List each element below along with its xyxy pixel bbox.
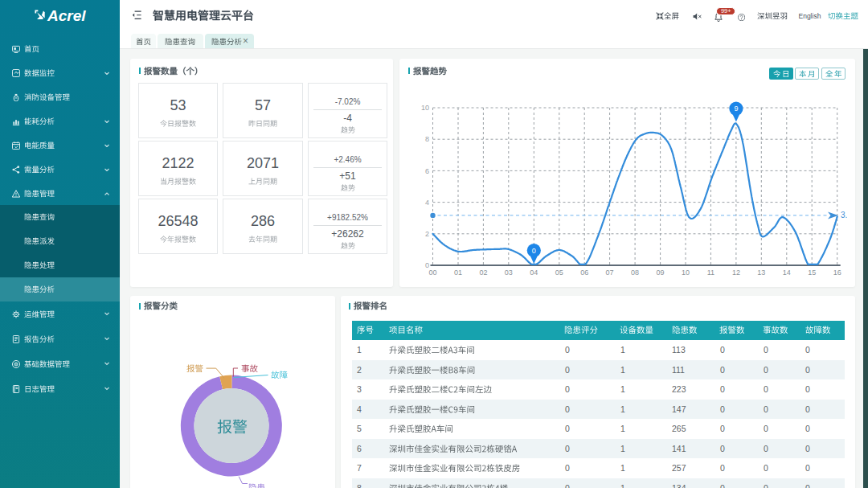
- svg-text:09: 09: [657, 269, 665, 277]
- svg-text:04: 04: [530, 269, 538, 277]
- svg-text:6: 6: [425, 167, 429, 175]
- svg-text:8: 8: [425, 135, 429, 143]
- svg-text:16: 16: [833, 269, 841, 277]
- svg-text:07: 07: [606, 269, 614, 277]
- svg-text:00: 00: [428, 269, 436, 277]
- svg-text:2: 2: [425, 230, 429, 238]
- svg-text:03: 03: [505, 269, 513, 277]
- svg-text:0: 0: [532, 247, 536, 255]
- svg-text:15: 15: [808, 269, 816, 277]
- svg-text:12: 12: [732, 269, 740, 277]
- svg-text:3.: 3.: [841, 211, 847, 219]
- svg-text:02: 02: [479, 269, 487, 277]
- svg-text:4: 4: [425, 199, 429, 207]
- svg-text:01: 01: [454, 269, 462, 277]
- svg-text:05: 05: [555, 269, 563, 277]
- svg-text:13: 13: [757, 269, 765, 277]
- svg-text:11: 11: [707, 269, 714, 277]
- svg-text:08: 08: [631, 269, 639, 277]
- svg-text:10: 10: [421, 104, 429, 112]
- svg-text:06: 06: [580, 269, 588, 277]
- svg-text:9: 9: [734, 105, 738, 113]
- svg-text:10: 10: [682, 269, 690, 277]
- svg-text:14: 14: [783, 269, 791, 277]
